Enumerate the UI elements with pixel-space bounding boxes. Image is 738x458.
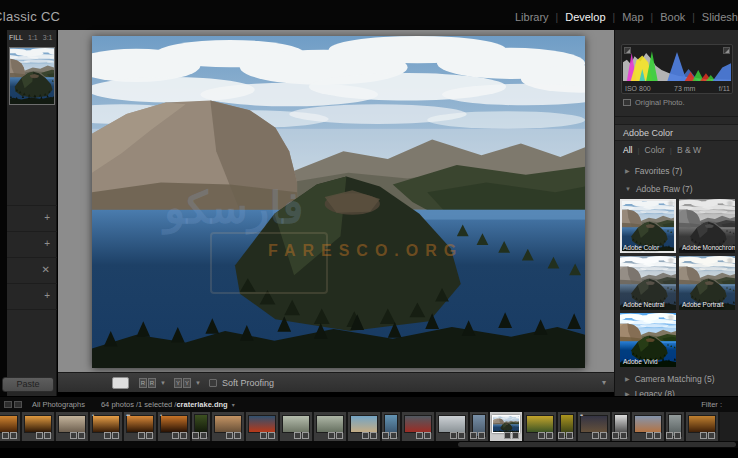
filter-label[interactable]: Filter : [701,400,722,409]
filmstrip-thumb[interactable] [56,412,90,441]
group-label: Camera Matching (5) [635,374,715,384]
profile-tab-b-w[interactable]: B & W [677,145,701,155]
chevron-down-icon[interactable]: ▾ [232,401,235,408]
filmstrip-thumb[interactable]: • [90,412,124,441]
profile-group-camera-matching[interactable]: ▶ Camera Matching (5) [615,371,738,386]
reference-view-icon[interactable]: RR [139,378,156,388]
filmstrip-thumb[interactable] [666,412,686,441]
chevron-down-icon[interactable]: ▼ [160,380,166,386]
right-panel: ISO 800 73 mm f/11 Original Photo. Adobe… [614,30,738,396]
photo-canvas[interactable]: فارسكو FARESCO.ORG [92,36,585,368]
filmstrip-thumb[interactable] [632,412,666,441]
profile-thumb-label: Adobe Portrait [682,301,724,308]
module-tab-slideshow[interactable]: Slideshow [702,11,738,23]
filmstrip-thumb[interactable]: ••• [124,412,158,441]
filmstrip-thumb[interactable] [280,412,314,441]
filmstrip-thumb[interactable] [192,412,212,441]
zoom-level-fill[interactable]: FILL [9,34,23,41]
thumbnail-badges-icon [538,432,553,439]
favorite-star-icon[interactable]: ☆ [668,257,674,265]
chevron-down-icon[interactable]: ▼ [195,380,201,386]
filmstrip-thumb[interactable] [348,412,382,441]
profile-group-legacy[interactable]: ▶ Legacy (8) [615,386,738,396]
filmstrip-thumb-image [0,415,18,433]
favorite-star-icon[interactable]: ☆ [668,200,674,208]
favorite-star-icon[interactable]: ☆ [727,257,733,265]
zoom-level-1-1[interactable]: 1:1 [28,34,38,41]
profile-group-favorites[interactable]: ▶ Favorites (7) [615,163,738,178]
scrollbar-thumb[interactable] [458,442,736,447]
photo-image [92,36,585,368]
secondary-monitor-icon[interactable] [14,401,22,408]
selection-info[interactable]: 64 photos /1 selected /craterlake.dng [101,400,228,409]
filmstrip-thumb-image [92,415,120,433]
favorite-star-icon[interactable]: ☆ [668,314,674,322]
module-tab-develop[interactable]: Develop [565,11,605,23]
soft-proofing-label: Soft Proofing [222,378,274,388]
filmstrip-scrollbar [0,441,738,448]
filmstrip-thumb-image [438,415,466,433]
filmstrip-thumb[interactable] [436,412,470,441]
profile-group-adobe-raw[interactable]: ▼ Adobe Raw (7) [615,181,738,196]
filmstrip-thumb[interactable] [212,412,246,441]
main-preview-area: فارسكو FARESCO.ORG [58,30,614,372]
filmstrip-thumb[interactable] [524,412,558,441]
profile-browser-header[interactable]: Adobe Color [615,124,738,141]
filmstrip-thumb[interactable] [490,412,524,441]
profile-thumb-adobe-monochrome[interactable]: ☆Adobe Monochrome [679,199,735,253]
primary-monitor-icon[interactable] [4,401,12,408]
original-photo-row[interactable]: Original Photo. [623,98,685,107]
profile-thumb-adobe-portrait[interactable]: ☆Adobe Portrait [679,256,735,310]
filmstrip-thumb[interactable] [402,412,436,441]
loupe-view-icon[interactable] [112,377,129,389]
profile-thumb-label: Adobe Neutral [623,301,665,308]
profile-tab-color[interactable]: Color [645,145,665,155]
filmstrip-thumb[interactable] [558,412,578,441]
module-separator: | [651,12,654,23]
filmstrip-thumb[interactable] [686,412,720,441]
plus-icon[interactable]: + [44,239,50,249]
navigator-preview[interactable] [9,47,55,105]
module-tab-map[interactable]: Map [622,11,643,23]
filmstrip-thumb-image [126,415,154,433]
left-panel-header[interactable]: ✕ [7,258,57,284]
zoom-level-3-1[interactable]: 3:1 [43,34,53,41]
toolbar-options-caret-icon[interactable]: ▾ [602,378,606,387]
filmstrip-thumb[interactable] [314,412,348,441]
filmstrip-thumb[interactable]: •• [578,412,612,441]
filmstrip-thumb[interactable]: • [158,412,192,441]
histogram-panel[interactable]: ISO 800 73 mm f/11 [621,44,733,94]
histogram-curve[interactable] [623,47,731,81]
left-panel-header[interactable]: + [7,284,57,310]
filmstrip-thumb[interactable] [612,412,632,441]
filmstrip-thumb[interactable] [470,412,490,441]
filmstrip-thumb-image [316,415,344,433]
filmstrip-thumb[interactable] [382,412,402,441]
profile-thumb-adobe-color[interactable]: ☆Adobe Color [620,199,676,253]
group-label: Legacy (8) [635,389,675,397]
plus-icon[interactable]: + [44,291,50,301]
filmstrip-thumb[interactable] [22,412,56,441]
soft-proofing-checkbox[interactable] [209,379,217,387]
title-bar: Classic CC Library|Develop|Map|Book|Slid… [0,0,738,30]
source-indicator[interactable]: All Photographs [32,400,85,409]
clear-icon[interactable]: ✕ [42,265,50,275]
module-tab-library[interactable]: Library [515,11,549,23]
filmstrip-thumb[interactable] [246,412,280,441]
profile-thumb-label: Adobe Monochrome [682,244,735,251]
left-panel-header[interactable]: + [7,206,57,232]
profile-thumb-adobe-vivid[interactable]: ☆Adobe Vivid [620,313,676,367]
profile-thumb-adobe-neutral[interactable]: ☆Adobe Neutral [620,256,676,310]
original-photo-label: Original Photo. [635,98,685,107]
left-panel-header[interactable]: + [7,232,57,258]
before-after-view-icon[interactable]: YY [174,378,191,388]
favorite-star-icon[interactable]: ☆ [727,200,733,208]
module-tab-book[interactable]: Book [660,11,685,23]
filmstrip-thumb-image [350,415,378,433]
filmstrip-thumb[interactable] [0,412,22,441]
thumbnail-badges-icon [36,432,51,439]
plus-icon[interactable]: + [44,213,50,223]
paste-button[interactable]: Paste [2,377,54,392]
profile-tab-all[interactable]: All [623,145,632,155]
proof-state-icon [623,99,631,106]
